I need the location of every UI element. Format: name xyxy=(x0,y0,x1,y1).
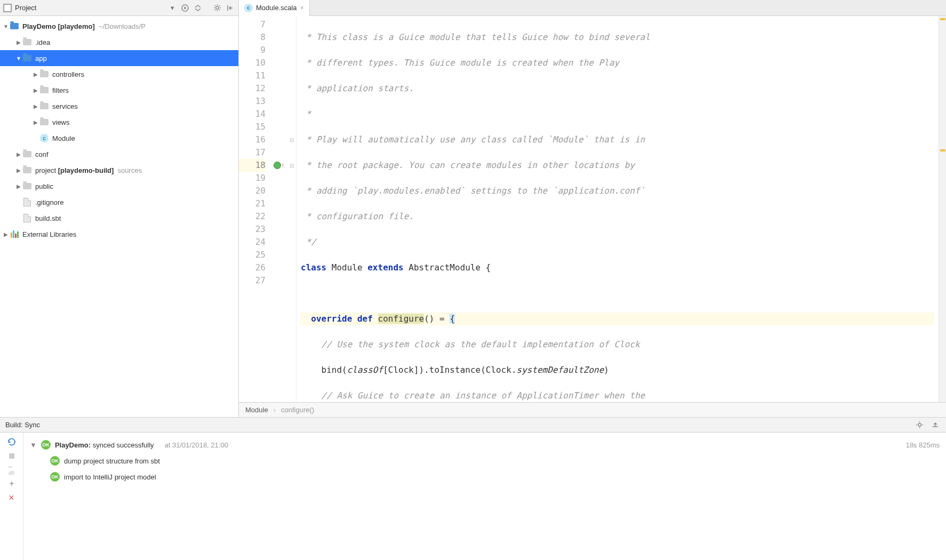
hide-icon[interactable] xyxy=(930,420,941,430)
stop-icon[interactable] xyxy=(6,451,17,461)
libraries-icon xyxy=(11,230,19,238)
tree-item-idea[interactable]: ▶ .idea xyxy=(0,34,238,50)
sbt-file-icon xyxy=(23,214,31,222)
tree-item-public[interactable]: ▶ public xyxy=(0,178,238,194)
main-row: Project ▾ ▼ xyxy=(0,0,946,417)
build-step[interactable]: OK dump project structure from sbt xyxy=(30,453,940,469)
build-toolbar: ┅ab × xyxy=(0,433,23,560)
code-text: classOf xyxy=(347,365,383,375)
expand-icon[interactable]: ▶ xyxy=(15,39,22,45)
tree-item-buildsbt[interactable]: build.sbt xyxy=(0,210,238,226)
tree-label: controllers xyxy=(52,70,84,78)
code-text xyxy=(373,314,378,324)
gear-icon[interactable] xyxy=(212,3,222,13)
expand-icon[interactable]: ▼ xyxy=(2,23,10,29)
pin-icon[interactable] xyxy=(6,478,17,489)
expand-icon[interactable]: ▶ xyxy=(15,151,22,157)
tree-module: [playdemo-build] xyxy=(58,166,114,174)
svg-point-2 xyxy=(215,6,219,10)
tree-item-external-libs[interactable]: ▶ External Libraries xyxy=(0,226,238,242)
status-timestamp: at 31/01/2018, 21:00 xyxy=(165,441,228,449)
tree-label: build.sbt xyxy=(35,214,61,222)
target-icon[interactable] xyxy=(180,3,190,13)
expand-icon[interactable]: ▶ xyxy=(32,103,39,109)
tab-label: Module.scala xyxy=(256,4,297,12)
module-folder-icon xyxy=(10,23,19,29)
project-sidebar: Project ▾ ▼ xyxy=(0,0,239,417)
root-path: ~/Downloads/P xyxy=(99,22,146,30)
chevron-right-icon: › xyxy=(274,406,276,414)
build-content: ▼ OK PlayDemo: synced successfully at 31… xyxy=(23,433,946,560)
sidebar-title: Project xyxy=(15,4,36,12)
breadcrumb-item[interactable]: Module xyxy=(245,406,268,414)
build-status-line[interactable]: ▼ OK PlayDemo: synced successfully at 31… xyxy=(30,437,940,453)
close-icon[interactable]: × xyxy=(6,492,17,503)
collapse-icon[interactable] xyxy=(193,3,203,13)
svg-rect-16 xyxy=(9,453,14,459)
tree-item-controllers[interactable]: ▶ controllers xyxy=(0,66,238,82)
collapse-icon[interactable]: ▼ xyxy=(15,55,22,61)
expand-icon[interactable]: ▶ xyxy=(15,183,22,189)
kw: override xyxy=(311,314,352,324)
build-step[interactable]: OK import to IntelliJ project model xyxy=(30,469,940,485)
breadcrumb: Module › configure() xyxy=(239,402,946,417)
tree-item-services[interactable]: ▶ services xyxy=(0,98,238,114)
ok-badge-icon: OK xyxy=(41,440,51,450)
svg-line-9 xyxy=(214,10,215,10)
expand-icon[interactable]: ▶ xyxy=(32,71,39,77)
expand-icon[interactable]: ▶ xyxy=(15,167,22,173)
status-text: synced successfully xyxy=(93,441,154,449)
code-line: // Ask Guice to create an instance of Ap… xyxy=(301,390,645,401)
sidebar-title-area[interactable]: Project xyxy=(3,4,165,12)
code-line: * Play will automatically use any class … xyxy=(301,134,645,145)
expand-icon[interactable]: ▶ xyxy=(2,231,10,237)
tree-item-views[interactable]: ▶ views xyxy=(0,114,238,130)
root-name: PlayDemo xyxy=(22,22,56,30)
override-marker-icon[interactable]: ↑ xyxy=(271,159,287,172)
tree-item-module[interactable]: c Module xyxy=(0,130,238,146)
code-line: * different types. This Guice module is … xyxy=(301,58,619,68)
editor-area: c Module.scala × 78910 11121314 15161718… xyxy=(239,0,946,417)
svg-line-8 xyxy=(219,10,219,10)
code-editor[interactable]: * This class is a Guice module that tell… xyxy=(296,16,939,402)
folder-icon xyxy=(23,151,31,157)
hide-icon[interactable] xyxy=(225,3,235,13)
close-icon[interactable]: × xyxy=(300,4,304,12)
expand-icon[interactable]: ▶ xyxy=(32,87,39,93)
tree-item-project[interactable]: ▶ project [playdemo-build] sources xyxy=(0,162,238,178)
tree-label: services xyxy=(52,102,78,110)
line-number-gutter[interactable]: 78910 11121314 15161718 19202122 2324252… xyxy=(239,16,271,402)
warning-marker-icon[interactable] xyxy=(940,18,945,20)
svg-line-7 xyxy=(214,5,215,6)
tree-item-gitignore[interactable]: .gitignore xyxy=(0,194,238,210)
fold-column[interactable]: ⊟⊟ xyxy=(287,16,296,402)
fn-name: configure xyxy=(378,314,424,324)
package-folder-icon xyxy=(40,71,49,77)
tab-module-scala[interactable]: c Module.scala × xyxy=(239,0,310,16)
dropdown-icon[interactable]: ▾ xyxy=(167,3,178,13)
code-line: * adding `play.modules.enabled` settings… xyxy=(301,186,645,196)
module-folder-icon xyxy=(23,167,31,173)
gear-icon[interactable] xyxy=(914,420,925,430)
project-tree[interactable]: ▼ PlayDemo [playdemo] ~/Downloads/P ▶ .i… xyxy=(0,16,238,417)
status-duration: 18s 825ms xyxy=(905,441,940,449)
expand-icon[interactable]: ▶ xyxy=(32,119,39,125)
breadcrumb-item[interactable]: configure() xyxy=(281,406,314,414)
folder-icon xyxy=(23,39,31,45)
editor-tabs: c Module.scala × xyxy=(239,0,946,16)
code-text: [Clock]).toInstance(Clock. xyxy=(383,365,516,375)
tree-item-conf[interactable]: ▶ conf xyxy=(0,146,238,162)
tree-label: views xyxy=(52,118,70,126)
root-module: [playdemo] xyxy=(58,22,95,30)
error-stripe[interactable] xyxy=(939,16,946,402)
refresh-icon[interactable] xyxy=(6,437,17,447)
tree-label: filters xyxy=(52,86,69,94)
tree-item-filters[interactable]: ▶ filters xyxy=(0,82,238,98)
tree-root[interactable]: ▼ PlayDemo [playdemo] ~/Downloads/P xyxy=(0,18,238,34)
package-folder-icon xyxy=(40,103,49,109)
toggle-view-icon[interactable]: ┅ab xyxy=(6,465,17,475)
warning-marker-icon[interactable] xyxy=(940,149,945,151)
expand-icon[interactable]: ▼ xyxy=(30,441,37,449)
tree-item-app[interactable]: ▼ app xyxy=(0,50,238,66)
svg-point-11 xyxy=(918,423,921,427)
